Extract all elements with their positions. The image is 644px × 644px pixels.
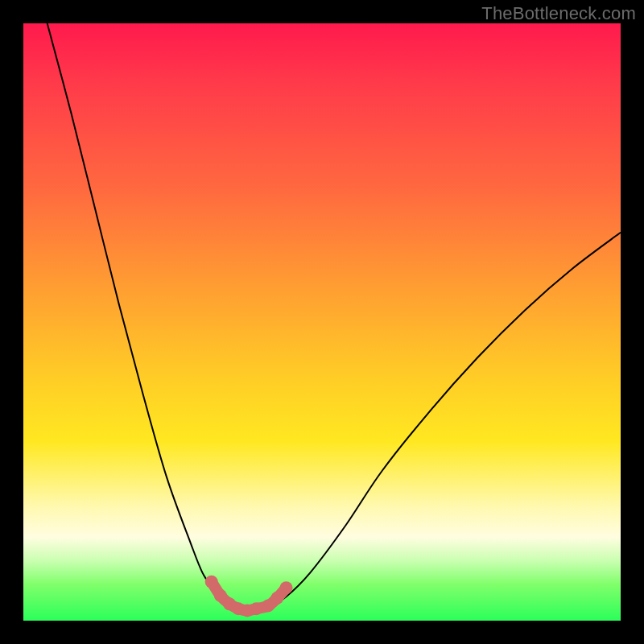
outer-frame: TheBottleneck.com — [0, 0, 644, 644]
dip-accent-dots — [205, 576, 293, 617]
dip-dot — [279, 581, 292, 594]
watermark-text: TheBottleneck.com — [481, 3, 636, 24]
right-curve-line — [268, 233, 621, 608]
dip-dot — [205, 576, 218, 588]
curve-layer — [23, 23, 621, 621]
left-curve-line — [47, 23, 233, 610]
dip-dot — [250, 602, 262, 615]
dip-dot — [270, 592, 283, 605]
plot-area — [23, 23, 621, 621]
